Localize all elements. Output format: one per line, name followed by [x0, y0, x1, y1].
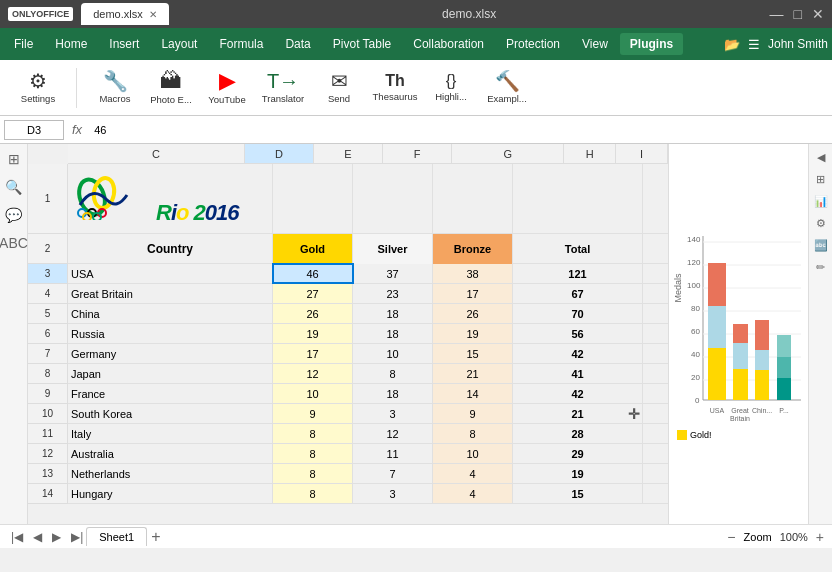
- menu-icon[interactable]: ☰: [748, 37, 760, 52]
- cell-bronze-australia[interactable]: 10: [433, 444, 513, 463]
- cell-silver-header[interactable]: Silver: [353, 234, 433, 264]
- cell-total-france[interactable]: 42: [513, 384, 643, 403]
- menu-protection[interactable]: Protection: [496, 33, 570, 55]
- thesaurus-button[interactable]: Th Thesaurus: [369, 65, 421, 111]
- right-icon-6[interactable]: ✏: [812, 258, 830, 276]
- sidebar-spellcheck-icon[interactable]: ABC: [3, 232, 25, 254]
- nav-first-button[interactable]: |◀: [8, 530, 26, 544]
- cell-gold-hungary[interactable]: 8: [273, 484, 353, 503]
- nav-next-button[interactable]: ▶: [49, 530, 64, 544]
- cell-gold-netherlands[interactable]: 8: [273, 464, 353, 483]
- cell-total-hungary[interactable]: 15: [513, 484, 643, 503]
- close-window-button[interactable]: ✕: [812, 6, 824, 22]
- cell-silver-gb[interactable]: 23: [353, 284, 433, 303]
- cell-silver-hungary[interactable]: 3: [353, 484, 433, 503]
- menu-data[interactable]: Data: [275, 33, 320, 55]
- col-header-g[interactable]: G: [452, 144, 564, 163]
- zoom-in-button[interactable]: +: [816, 529, 824, 545]
- close-tab-button[interactable]: ✕: [149, 9, 157, 20]
- cell-bronze-germany[interactable]: 15: [433, 344, 513, 363]
- cell-bronze-china[interactable]: 26: [433, 304, 513, 323]
- cell-gold-skorea[interactable]: 9: [273, 404, 353, 423]
- cell-total-header[interactable]: Total: [513, 234, 643, 264]
- cell-gold-australia[interactable]: 8: [273, 444, 353, 463]
- col-header-c[interactable]: C: [68, 144, 245, 163]
- right-icon-5[interactable]: 🔤: [812, 236, 830, 254]
- example-button[interactable]: 🔨 Exampl...: [481, 65, 533, 111]
- menu-view[interactable]: View: [572, 33, 618, 55]
- cell-silver-usa[interactable]: 37: [353, 264, 433, 283]
- highlight-button[interactable]: {} Highli...: [425, 65, 477, 111]
- cell-country-russia[interactable]: Russia: [68, 324, 273, 343]
- cell-total-italy[interactable]: 28: [513, 424, 643, 443]
- cell-total-germany[interactable]: 42: [513, 344, 643, 363]
- cell-bronze-france[interactable]: 14: [433, 384, 513, 403]
- cell-bronze-netherlands[interactable]: 4: [433, 464, 513, 483]
- nav-last-button[interactable]: ▶|: [68, 530, 86, 544]
- sidebar-search-icon[interactable]: 🔍: [3, 176, 25, 198]
- cell-total-netherlands[interactable]: 19: [513, 464, 643, 483]
- formula-input[interactable]: [90, 120, 828, 140]
- cell-gold-italy[interactable]: 8: [273, 424, 353, 443]
- col-header-d[interactable]: D: [245, 144, 314, 163]
- cell-gold-usa[interactable]: 46: [273, 264, 353, 283]
- macros-button[interactable]: 🔧 Macros: [89, 65, 141, 111]
- cell-country-gb[interactable]: Great Britain: [68, 284, 273, 303]
- menu-pivot-table[interactable]: Pivot Table: [323, 33, 401, 55]
- cell-country-skorea[interactable]: South Korea: [68, 404, 273, 423]
- cell-country-usa[interactable]: USA: [68, 264, 273, 283]
- minimize-button[interactable]: —: [770, 6, 784, 22]
- translator-button[interactable]: T→ Translator: [257, 65, 309, 111]
- cell-silver-australia[interactable]: 11: [353, 444, 433, 463]
- cell-1-e[interactable]: [353, 164, 433, 234]
- right-icon-2[interactable]: ⊞: [812, 170, 830, 188]
- cell-country-japan[interactable]: Japan: [68, 364, 273, 383]
- col-header-e[interactable]: E: [314, 144, 383, 163]
- settings-button[interactable]: ⚙ Settings: [12, 65, 64, 111]
- cell-country-germany[interactable]: Germany: [68, 344, 273, 363]
- cell-country-australia[interactable]: Australia: [68, 444, 273, 463]
- open-file-icon[interactable]: 📂: [724, 37, 740, 52]
- cell-bronze-japan[interactable]: 21: [433, 364, 513, 383]
- cell-gold-france[interactable]: 10: [273, 384, 353, 403]
- cell-total-japan[interactable]: 41: [513, 364, 643, 383]
- cell-country-hungary[interactable]: Hungary: [68, 484, 273, 503]
- cell-silver-russia[interactable]: 18: [353, 324, 433, 343]
- cell-silver-skorea[interactable]: 3: [353, 404, 433, 423]
- col-header-f[interactable]: F: [383, 144, 452, 163]
- cell-bronze-italy[interactable]: 8: [433, 424, 513, 443]
- photo-editor-button[interactable]: 🏔 Photo E...: [145, 65, 197, 111]
- cell-silver-italy[interactable]: 12: [353, 424, 433, 443]
- cell-country-france[interactable]: France: [68, 384, 273, 403]
- cell-country-header[interactable]: Country: [68, 234, 273, 264]
- cell-total-russia[interactable]: 56: [513, 324, 643, 343]
- menu-layout[interactable]: Layout: [151, 33, 207, 55]
- menu-insert[interactable]: Insert: [99, 33, 149, 55]
- cell-gold-china[interactable]: 26: [273, 304, 353, 323]
- sheet-tab-1[interactable]: Sheet1: [86, 527, 147, 546]
- menu-collaboration[interactable]: Collaboration: [403, 33, 494, 55]
- youtube-button[interactable]: ▶ YouTube: [201, 65, 253, 111]
- cell-total-skorea[interactable]: 21 ✛: [513, 404, 643, 423]
- sidebar-comment-icon[interactable]: 💬: [3, 204, 25, 226]
- cell-silver-germany[interactable]: 10: [353, 344, 433, 363]
- cell-bronze-hungary[interactable]: 4: [433, 484, 513, 503]
- menu-home[interactable]: Home: [45, 33, 97, 55]
- add-sheet-button[interactable]: +: [147, 528, 164, 546]
- cell-country-netherlands[interactable]: Netherlands: [68, 464, 273, 483]
- cell-silver-japan[interactable]: 8: [353, 364, 433, 383]
- right-icon-3[interactable]: 📊: [812, 192, 830, 210]
- cell-1-f[interactable]: [433, 164, 513, 234]
- menu-file[interactable]: File: [4, 33, 43, 55]
- nav-prev-button[interactable]: ◀: [30, 530, 45, 544]
- cell-gold-japan[interactable]: 12: [273, 364, 353, 383]
- send-button[interactable]: ✉ Send: [313, 65, 365, 111]
- cell-country-italy[interactable]: Italy: [68, 424, 273, 443]
- cell-gold-germany[interactable]: 17: [273, 344, 353, 363]
- menu-plugins[interactable]: Plugins: [620, 33, 683, 55]
- cell-total-china[interactable]: 70: [513, 304, 643, 323]
- cell-bronze-usa[interactable]: 38: [433, 264, 513, 283]
- cell-bronze-skorea[interactable]: 9: [433, 404, 513, 423]
- cell-silver-china[interactable]: 18: [353, 304, 433, 323]
- cell-silver-france[interactable]: 18: [353, 384, 433, 403]
